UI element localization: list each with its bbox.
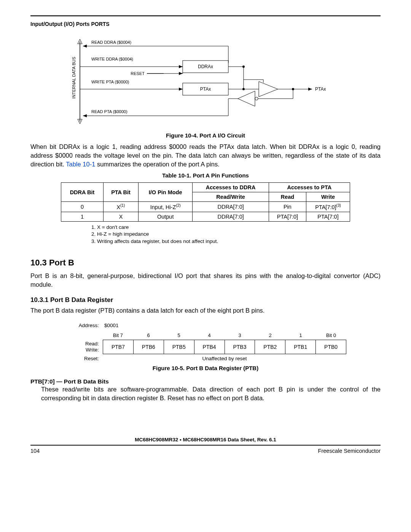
reset-text: Unaffected by reset — [103, 354, 346, 362]
svg-marker-35 — [83, 114, 87, 117]
page-number: 104 — [30, 448, 40, 454]
th-acc-pta: Accesses to PTA — [269, 183, 350, 192]
port-a-io-circuit-diagram: INTERNAL DATA BUS READ DDRA ($0004) WRIT… — [68, 34, 342, 129]
th-read-write: Read/Write — [193, 192, 269, 202]
cell: DDRA[7:0] — [193, 212, 269, 222]
reg-bit-cell: PTB7 — [103, 340, 134, 354]
table-row: 0 X(1) Input, Hi-Z(2) DDRA[7:0] Pin PTA[… — [61, 202, 350, 212]
bit-label: 2 — [255, 332, 285, 340]
ptb-bits-body: These read/write bits are software-progr… — [41, 385, 381, 403]
cell: Input, Hi-Z(2) — [139, 202, 193, 212]
bit-label: 5 — [164, 332, 194, 340]
svg-marker-18 — [179, 88, 183, 91]
read-ddra-label: READ DDRA ($0004) — [91, 40, 131, 45]
cell: PTA[7:0] — [306, 212, 350, 222]
ptax-pin: PTAx — [315, 86, 326, 92]
table-10-1-link[interactable]: Table 10-1 — [66, 161, 95, 168]
page-footer: MC68HC908MR32 • MC68HC908MR16 Data Sheet… — [30, 437, 381, 454]
ptax-box: PTAx — [200, 86, 211, 92]
footnote-1: 1. X = don't care — [91, 224, 381, 231]
cell: PTA[7:0] — [269, 212, 306, 222]
svg-marker-27 — [238, 91, 255, 106]
read-pta-label: READ PTA ($0000) — [91, 109, 127, 114]
bit-label: 6 — [133, 332, 164, 340]
read-label: Read: — [65, 341, 99, 347]
cell: 0 — [61, 202, 104, 212]
vendor-name: Freescale Semiconductor — [318, 448, 381, 454]
address-label: Address: — [65, 323, 103, 329]
section-10-3-1-heading: 10.3.1 Port B Data Register — [30, 296, 381, 304]
bit-label: 1 — [285, 332, 316, 340]
para1-after: summarizes the operation of the port A p… — [95, 161, 220, 168]
th-io-mode: I/O Pin Mode — [139, 183, 193, 202]
address-value: $0001 — [103, 323, 346, 329]
th-ddra-bit: DDRA Bit — [61, 183, 104, 202]
figure-10-4-caption: Figure 10-4. Port A I/O Circuit — [30, 132, 381, 139]
bit-label: 4 — [194, 332, 225, 340]
cell: DDRA[7:0] — [193, 202, 269, 212]
cell: PTA[7:0](3) — [306, 202, 350, 212]
bit-label: 3 — [225, 332, 255, 340]
footnote-2: 2. Hi-Z = high impedance — [91, 231, 381, 238]
ptb-description: The port B data register (PTB) contains … — [30, 306, 381, 315]
port-a-pin-functions-table: DDRA Bit PTA Bit I/O Pin Mode Accesses t… — [61, 182, 350, 222]
svg-point-16 — [242, 66, 245, 68]
cell: 1 — [61, 212, 104, 222]
th-acc-ddra: Accesses to DDRA — [193, 183, 269, 192]
port-b-description: Port B is an 8-bit, general-purpose, bid… — [30, 272, 381, 289]
table-10-1-caption: Table 10-1. Port A Pin Functions — [30, 172, 381, 179]
ddrax-box: DDRAx — [198, 64, 213, 69]
bit-label: Bit 0 — [316, 332, 346, 340]
th-write: Write — [306, 192, 350, 202]
th-pta-bit: PTA Bit — [104, 183, 139, 202]
reg-bit-cell: PTB0 — [316, 340, 346, 354]
bus-label: INTERNAL DATA BUS — [72, 57, 76, 99]
cell: Pin — [269, 202, 306, 212]
cell: X — [104, 212, 139, 222]
reg-bit-cell: PTB1 — [285, 340, 316, 354]
figure-10-5-caption: Figure 10-5. Port B Data Register (PTB) — [30, 365, 381, 371]
reg-bit-cell: PTB6 — [134, 340, 164, 354]
section-10-3-heading: 10.3 Port B — [30, 258, 381, 268]
reg-bit-cell: PTB3 — [225, 340, 255, 354]
svg-marker-22 — [259, 81, 278, 97]
svg-marker-25 — [308, 88, 312, 91]
table-footnotes: 1. X = don't care 2. Hi-Z = high impedan… — [91, 224, 381, 245]
write-pta-label: WRITE PTA ($0000) — [91, 80, 129, 84]
reg-bit-cell: PTB2 — [255, 340, 285, 354]
svg-marker-4 — [83, 45, 87, 48]
table-row: 1 X Output DDRA[7:0] PTA[7:0] PTA[7:0] — [61, 212, 350, 222]
section-header: Input/Output (I/O) Ports PORTS — [30, 21, 381, 27]
svg-marker-11 — [179, 72, 183, 75]
port-a-description: When bit DDRAx is a logic 1, reading add… — [30, 142, 381, 168]
reset-label: Reset: — [65, 354, 103, 362]
svg-point-28 — [255, 97, 258, 100]
bit-label: Bit 7 — [103, 332, 133, 340]
footnote-3: 3. Writing affects data register, but do… — [91, 238, 381, 245]
write-label: Write: — [65, 347, 99, 353]
header-rule — [30, 15, 381, 16]
cell: X(1) — [104, 202, 139, 212]
cell: Output — [139, 212, 193, 222]
ptb-register-diagram: Address: $0001 Bit 7 6 5 4 3 2 1 Bit 0 R… — [65, 323, 346, 362]
svg-marker-7 — [179, 65, 183, 68]
footer-doc-title: MC68HC908MR32 • MC68HC908MR16 Data Sheet… — [30, 437, 381, 443]
write-ddra-label: WRITE DDRA ($0004) — [91, 57, 133, 61]
th-read: Read — [269, 192, 306, 202]
reg-bit-cell: PTB4 — [194, 340, 225, 354]
ptb-bits-title: PTB[7:0] — Port B Data Bits — [30, 378, 381, 385]
reset-label: RESET — [131, 71, 145, 76]
reg-bit-cell: PTB5 — [164, 340, 194, 354]
